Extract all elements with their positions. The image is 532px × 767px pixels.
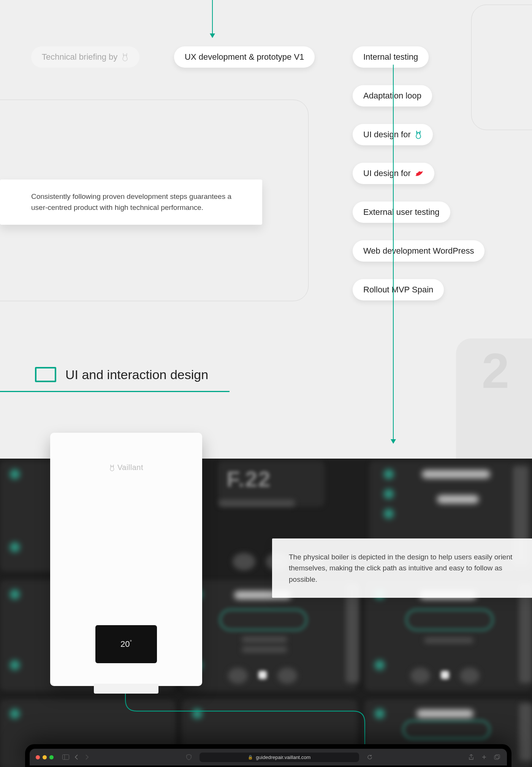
callout-card-boiler: The physical boiler is depicted in the d… — [272, 538, 532, 598]
bunny-icon — [415, 130, 422, 139]
process-connector-mid — [393, 65, 394, 441]
boiler-display: 20° — [95, 625, 157, 663]
svg-rect-3 — [494, 756, 499, 759]
pill-label: Adaptation loop — [363, 91, 421, 101]
pill-ux-development: UX development & prototype V1 — [174, 46, 315, 68]
boiler-foot — [94, 684, 158, 694]
monitor-icon — [35, 367, 56, 382]
pill-label: UX development & prototype V1 — [185, 52, 304, 62]
tabs-icon[interactable] — [493, 754, 501, 760]
share-icon[interactable] — [467, 754, 475, 760]
maximize-icon[interactable] — [49, 755, 54, 759]
url-bar[interactable]: 🔒 guidedrepair.vaillant.com — [200, 753, 359, 762]
fault-code-label: F.22 — [226, 466, 271, 492]
pill-label: Internal testing — [363, 52, 418, 62]
forward-icon[interactable] — [83, 754, 91, 760]
bunny-icon — [109, 464, 115, 472]
shield-icon[interactable] — [185, 754, 193, 760]
pill-label: Rollout MVP Spain — [363, 285, 433, 295]
arrow-down-icon — [391, 439, 396, 444]
bird-icon — [415, 170, 424, 177]
boiler-device-mock: Vaillant 20° — [50, 433, 202, 686]
close-icon[interactable] — [36, 755, 40, 759]
arrow-down-icon — [210, 33, 215, 38]
boiler-brand-text: Vaillant — [117, 463, 143, 472]
pill-wordpress: Web development WordPress — [353, 240, 484, 262]
section-heading: UI and interaction design — [0, 367, 208, 382]
section-underline — [0, 391, 230, 392]
pill-rollout-mvp: Rollout MVP Spain — [353, 279, 444, 300]
url-text: guidedrepair.vaillant.com — [256, 754, 311, 760]
bunny-icon — [121, 52, 129, 62]
pill-label: Technical briefing by — [42, 52, 117, 62]
minimize-icon[interactable] — [43, 755, 47, 759]
pill-label: UI design for — [363, 130, 411, 140]
traffic-lights[interactable] — [36, 755, 54, 759]
section-number: 2 — [482, 342, 509, 399]
boiler-brand: Vaillant — [109, 463, 143, 472]
callout-card-development-steps: Consistently following proven developmen… — [0, 179, 262, 225]
section-title: UI and interaction design — [65, 367, 208, 382]
pill-label: UI design for — [363, 168, 411, 178]
browser-window: 🔒 guidedrepair.vaillant.com — [25, 744, 511, 767]
pill-technical-briefing: Technical briefing by — [31, 46, 139, 68]
svg-rect-4 — [496, 755, 500, 759]
pill-adaptation-loop: Adaptation loop — [353, 85, 432, 106]
pill-external-testing: External user testing — [353, 202, 450, 223]
callout-text: Consistently following proven developmen… — [31, 192, 231, 211]
lock-icon: 🔒 — [248, 755, 253, 760]
svg-rect-1 — [63, 755, 69, 760]
plus-icon[interactable] — [480, 754, 488, 760]
process-connector-top — [212, 0, 213, 36]
pill-label: External user testing — [363, 207, 440, 217]
sidebar-icon[interactable] — [62, 754, 70, 760]
callout-text: The physical boiler is depicted in the d… — [289, 553, 512, 583]
outline-container-right-top — [471, 5, 532, 130]
back-icon[interactable] — [73, 754, 80, 760]
browser-toolbar: 🔒 guidedrepair.vaillant.com — [30, 749, 507, 765]
boiler-temp: 20 — [120, 639, 130, 649]
boiler-temp-unit: ° — [130, 639, 132, 645]
pill-label: Web development WordPress — [363, 246, 474, 256]
refresh-icon[interactable] — [366, 754, 374, 760]
pill-internal-testing: Internal testing — [353, 46, 429, 68]
